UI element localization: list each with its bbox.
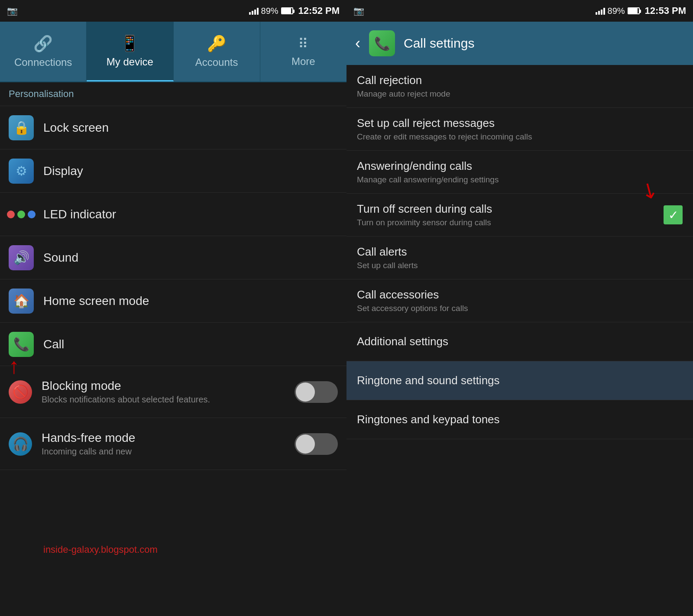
ringtone-sound-text: Ringtone and sound settings xyxy=(357,374,683,387)
ringtones-keypad-title: Ringtones and keypad tones xyxy=(357,413,683,426)
reject-messages-text: Set up call reject messages Create or ed… xyxy=(357,117,683,142)
answering-ending-text: Answering/ending calls Manage call answe… xyxy=(357,159,683,185)
home-icon: 🏠 xyxy=(9,289,34,314)
right-panel: 📷 89% 12:53 PM ‹ 📞 Call settings xyxy=(346,0,693,616)
battery-fill xyxy=(282,8,291,13)
toggle-knob-blocking xyxy=(296,383,315,402)
led-dots xyxy=(7,211,36,218)
back-button[interactable]: ‹ xyxy=(355,34,360,52)
lock-screen-icon: 🔒 xyxy=(9,115,34,140)
call-icon: 📞 xyxy=(9,332,34,357)
nav-tabs: 🔗 Connections 📱 My device 🔑 Accounts ⠿ M… xyxy=(0,22,346,82)
left-battery-percent: 89% xyxy=(261,6,278,16)
settings-item-display[interactable]: ⚙ Display xyxy=(0,149,346,193)
right-item-turn-off-screen[interactable]: Turn off screen during calls Turn on pro… xyxy=(346,194,693,237)
additional-settings-text: Additional settings xyxy=(357,335,683,348)
tab-connections[interactable]: 🔗 Connections xyxy=(0,22,87,81)
right-settings-list: Call rejection Manage auto reject mode S… xyxy=(346,65,693,616)
call-rejection-text: Call rejection Manage auto reject mode xyxy=(357,74,683,99)
led-text: LED indicator xyxy=(43,207,338,221)
settings-item-handsfree[interactable]: 🎧 Hands-free mode Incoming calls and new xyxy=(0,418,346,470)
sound-title: Sound xyxy=(43,251,338,265)
tab-accounts-label: Accounts xyxy=(195,56,238,68)
handsfree-title: Hands-free mode xyxy=(42,431,295,445)
right-notification-icon: 📷 xyxy=(353,6,364,16)
ringtone-sound-title: Ringtone and sound settings xyxy=(357,374,683,387)
right-item-call-alerts[interactable]: Call alerts Set up call alerts xyxy=(346,237,693,279)
signal-bar-2 xyxy=(252,11,253,15)
sound-text: Sound xyxy=(43,251,338,265)
blocking-title: Blocking mode xyxy=(42,379,295,393)
accounts-icon: 🔑 xyxy=(207,35,227,53)
tab-accounts[interactable]: 🔑 Accounts xyxy=(174,22,260,81)
tab-connections-label: Connections xyxy=(14,56,72,68)
display-text: Display xyxy=(43,164,338,178)
reject-messages-subtitle: Create or edit messages to reject incomi… xyxy=(357,132,683,142)
right-item-reject-messages[interactable]: Set up call reject messages Create or ed… xyxy=(346,108,693,151)
blocking-icon: 🚫 xyxy=(9,380,32,404)
blocking-text: Blocking mode Blocks notifications about… xyxy=(42,379,295,405)
call-rejection-title: Call rejection xyxy=(357,74,683,87)
left-status-bar: 📷 89% 12:52 PM xyxy=(0,0,346,22)
blocking-subtitle: Blocks notifications about selected feat… xyxy=(42,395,295,405)
settings-item-lock-screen[interactable]: 🔒 Lock screen xyxy=(0,106,346,149)
turn-off-screen-subtitle: Turn on proximity sensor during calls xyxy=(357,218,664,227)
right-status-right: 89% 12:53 PM xyxy=(596,5,686,16)
tab-more[interactable]: ⠿ More xyxy=(260,22,346,81)
call-accessories-title: Call accessories xyxy=(357,288,683,302)
call-rejection-subtitle: Manage auto reject mode xyxy=(357,89,683,99)
turn-off-screen-text: Turn off screen during calls Turn on pro… xyxy=(357,202,664,227)
ringtones-keypad-text: Ringtones and keypad tones xyxy=(357,413,683,426)
handsfree-toggle[interactable] xyxy=(295,433,338,455)
right-item-ringtones-keypad[interactable]: Ringtones and keypad tones xyxy=(346,400,693,439)
answering-ending-title: Answering/ending calls xyxy=(357,159,683,173)
right-item-answering-ending[interactable]: Answering/ending calls Manage call answe… xyxy=(346,151,693,194)
handsfree-subtitle: Incoming calls and new xyxy=(42,447,295,457)
reject-messages-title: Set up call reject messages xyxy=(357,117,683,130)
settings-item-home[interactable]: 🏠 Home screen mode xyxy=(0,279,346,323)
right-item-additional-settings[interactable]: Additional settings xyxy=(346,322,693,361)
signal-bar-1 xyxy=(249,12,251,15)
more-icon: ⠿ xyxy=(298,36,309,52)
toggle-knob-handsfree xyxy=(296,434,315,454)
turn-off-screen-checkbox[interactable]: ✓ xyxy=(664,205,683,224)
blocking-toggle[interactable] xyxy=(295,381,338,403)
left-time: 12:52 PM xyxy=(298,5,340,16)
call-text: Call xyxy=(43,337,338,351)
signal-bar-4 xyxy=(257,8,259,15)
settings-item-led[interactable]: LED indicator xyxy=(0,193,346,236)
call-title: Call xyxy=(43,337,338,351)
left-status-left: 📷 xyxy=(7,6,18,16)
led-icon xyxy=(9,202,34,227)
mydevice-icon: 📱 xyxy=(120,34,139,52)
additional-settings-title: Additional settings xyxy=(357,335,683,348)
signal-bars xyxy=(249,7,259,15)
settings-item-sound[interactable]: 🔊 Sound xyxy=(0,236,346,279)
right-item-call-accessories[interactable]: Call accessories Set accessory options f… xyxy=(346,279,693,322)
right-item-ringtone-sound[interactable]: Ringtone and sound settings xyxy=(346,361,693,400)
led-dot-red xyxy=(7,211,15,218)
settings-item-blocking[interactable]: 🚫 Blocking mode Blocks notifications abo… xyxy=(0,366,346,418)
display-icon: ⚙ xyxy=(9,159,34,184)
left-status-right: 89% 12:52 PM xyxy=(249,5,340,16)
call-alerts-title: Call alerts xyxy=(357,245,683,259)
notification-icon: 📷 xyxy=(7,6,18,16)
call-accessories-text: Call accessories Set accessory options f… xyxy=(357,288,683,313)
call-alerts-subtitle: Set up call alerts xyxy=(357,261,683,270)
lock-screen-text: Lock screen xyxy=(43,121,338,135)
call-alerts-text: Call alerts Set up call alerts xyxy=(357,245,683,270)
right-header: ‹ 📞 Call settings xyxy=(346,22,693,65)
tab-mydevice[interactable]: 📱 My device xyxy=(87,22,173,81)
right-status-left: 📷 xyxy=(353,6,364,16)
home-text: Home screen mode xyxy=(43,294,338,308)
led-dot-green xyxy=(17,211,25,218)
handsfree-icon: 🎧 xyxy=(9,432,32,456)
led-title: LED indicator xyxy=(43,207,338,221)
call-settings-title: Call settings xyxy=(404,36,474,51)
lock-screen-title: Lock screen xyxy=(43,121,338,135)
answering-ending-subtitle: Manage call answering/ending settings xyxy=(357,175,683,185)
right-item-call-rejection[interactable]: Call rejection Manage auto reject mode xyxy=(346,65,693,108)
call-accessories-subtitle: Set accessory options for calls xyxy=(357,304,683,313)
settings-item-call[interactable]: 📞 Call ↑ xyxy=(0,323,346,366)
left-panel: 📷 89% 12:52 PM 🔗 Connections 📱 My device xyxy=(0,0,346,616)
